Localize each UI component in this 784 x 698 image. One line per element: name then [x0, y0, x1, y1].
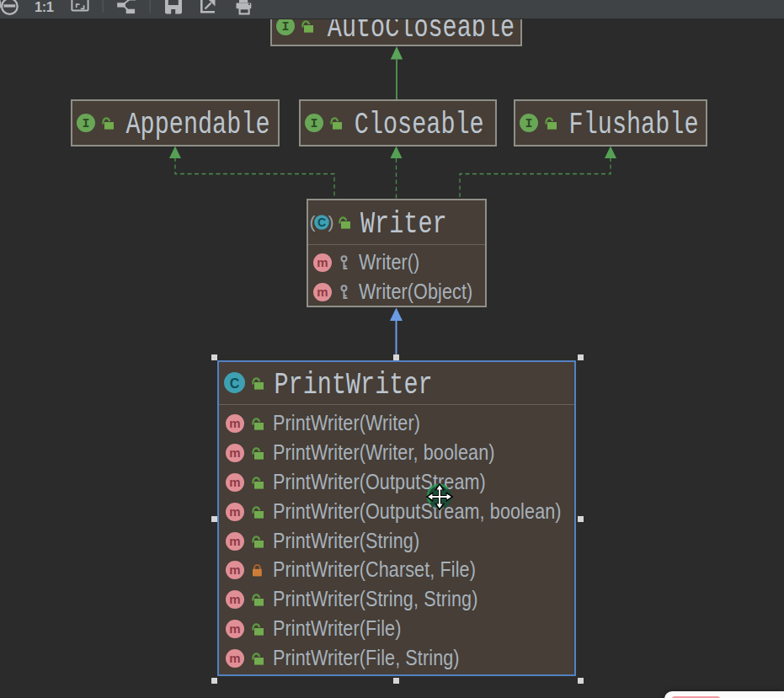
svg-text:m: m — [229, 621, 240, 636]
svg-text:I: I — [82, 117, 89, 131]
svg-text:m: m — [317, 285, 328, 299]
svg-text:m: m — [229, 534, 240, 548]
svg-text:m: m — [229, 592, 240, 606]
svg-text:m: m — [317, 255, 328, 269]
svg-text:1:1: 1:1 — [35, 0, 54, 14]
svg-text:m: m — [229, 563, 240, 578]
svg-text:m: m — [229, 416, 240, 430]
svg-text:C: C — [317, 216, 326, 229]
svg-text:C: C — [229, 376, 239, 391]
svg-text:m: m — [229, 445, 240, 460]
svg-text:): ) — [328, 212, 334, 232]
svg-text:I: I — [310, 117, 317, 131]
svg-text:I: I — [281, 20, 289, 35]
svg-text:m: m — [229, 651, 240, 665]
svg-text:m: m — [229, 504, 240, 519]
svg-text:I: I — [525, 117, 532, 131]
svg-text:m: m — [229, 475, 240, 489]
